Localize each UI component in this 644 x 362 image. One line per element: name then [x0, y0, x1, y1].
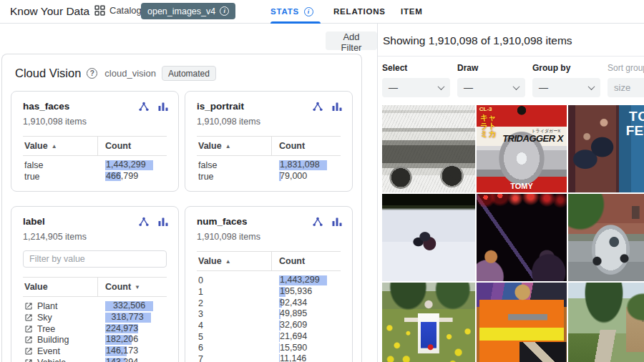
- value-cell[interactable]: Sky: [23, 313, 97, 323]
- scatter-plot-icon[interactable]: [312, 101, 323, 112]
- open-in-new-icon: [24, 358, 33, 362]
- dropdown-select[interactable]: —: [382, 78, 450, 97]
- table-row: true79,000: [197, 171, 341, 182]
- count-cell: 143,294: [98, 357, 167, 362]
- photo-text: TO: [629, 109, 644, 124]
- catalog-button[interactable]: Catalog: [94, 5, 142, 16]
- grid-image-snowtube[interactable]: [382, 194, 475, 281]
- stat-table: Value▲ Count false1,443,299true466,799: [23, 136, 167, 182]
- value-cell[interactable]: Building: [23, 335, 97, 345]
- table-row: Vehicle143,294: [23, 357, 167, 362]
- info-icon: i: [220, 6, 229, 16]
- dropdown-select: size: [608, 78, 644, 97]
- scatter-plot-icon[interactable]: [312, 216, 323, 228]
- app-title: Know Your Data: [10, 5, 89, 18]
- count-cell: 79,000: [272, 171, 341, 182]
- selected-value: —: [539, 82, 548, 93]
- bar-chart-icon[interactable]: [331, 101, 343, 112]
- value-cell: 5: [197, 332, 271, 342]
- tab-item[interactable]: ITEM: [401, 0, 423, 23]
- table-body: 01,443,2991195,936292,434349,895432,6095…: [197, 271, 341, 362]
- value-column-header[interactable]: Value: [23, 278, 97, 296]
- value-cell[interactable]: Vehicle: [23, 358, 97, 362]
- table-row: Building182,206: [23, 334, 167, 346]
- grid-image-concert[interactable]: [477, 194, 567, 281]
- dataset-chip[interactable]: open_images_v4 i: [141, 3, 235, 19]
- info-icon[interactable]: i: [304, 7, 313, 16]
- bar-chart-icon[interactable]: [157, 101, 169, 112]
- control-draw: Draw—: [457, 63, 525, 97]
- open-in-new-icon: [24, 336, 33, 344]
- control-label: Select: [382, 63, 450, 73]
- count-value: 224,973: [105, 323, 141, 335]
- count-value: 195,936: [279, 286, 315, 298]
- count-cell: 332,506: [98, 300, 167, 312]
- stat-card-label: label 1,214,905 items Value: [11, 206, 179, 362]
- count-value: 79,000: [279, 171, 310, 182]
- browser-controls: Select—Draw—Group by—Sort groups bysize: [378, 57, 644, 97]
- count-cell: 318,773: [98, 312, 167, 323]
- count-value: 318,773: [105, 312, 147, 323]
- sort-arrow-icon: ▲: [225, 143, 231, 150]
- grid-image-cyclists[interactable]: TOFEV: [568, 105, 644, 192]
- count-cell: 146,173: [98, 346, 167, 357]
- selected-value: —: [389, 82, 398, 93]
- table-row: 349,895: [197, 308, 341, 320]
- grid-image-hivis[interactable]: [477, 283, 567, 362]
- scatter-plot-icon[interactable]: [138, 216, 150, 228]
- value-cell[interactable]: Event: [23, 346, 97, 356]
- add-filter-button[interactable]: Add Filter: [326, 31, 377, 50]
- value-cell: true: [197, 172, 271, 182]
- count-cell: 15,590: [272, 343, 341, 354]
- value-column-header[interactable]: Value▲: [197, 252, 271, 270]
- value-cell: true: [23, 172, 97, 182]
- count-value: 15,590: [279, 343, 310, 354]
- section-title: Cloud Vision: [15, 67, 81, 80]
- dropdown-select[interactable]: —: [532, 78, 600, 97]
- count-cell: 466,799: [98, 171, 167, 182]
- table-row: 292,434: [197, 298, 341, 309]
- value-column-header[interactable]: Value▲: [197, 137, 271, 155]
- automated-badge: Automated: [162, 66, 216, 81]
- tab-stats[interactable]: STATS i: [270, 0, 313, 23]
- photo-text: TOMY: [510, 182, 533, 191]
- table-body: false1,443,299true466,799: [23, 156, 167, 182]
- grid-image-toy[interactable]: CL-3キャラトミカトライダガーXTRIDAGGER XTOMY: [477, 105, 567, 192]
- count-cell: 32,609: [272, 320, 341, 331]
- open-in-new-icon: [24, 347, 33, 356]
- value-cell: 0: [197, 275, 271, 285]
- sort-arrow-icon: ▼: [135, 284, 140, 290]
- grid-image-car[interactable]: [568, 194, 644, 281]
- tab-relations[interactable]: RELATIONS: [333, 0, 386, 23]
- catalog-label: Catalog: [109, 5, 142, 16]
- filter-by-value-input[interactable]: [23, 250, 167, 268]
- value-column-header[interactable]: Value▲: [23, 137, 97, 155]
- dropdown-select[interactable]: —: [457, 78, 525, 97]
- table-row: false1,831,098: [197, 160, 341, 171]
- grid-image-engraving[interactable]: [382, 105, 475, 192]
- value-cell[interactable]: Plant: [23, 301, 97, 311]
- active-tab-indicator: [270, 21, 321, 24]
- bar-chart-icon[interactable]: [157, 216, 169, 228]
- scatter-plot-icon[interactable]: [138, 101, 150, 112]
- count-column-header[interactable]: Count: [97, 137, 167, 155]
- count-column-header[interactable]: Count▼: [97, 278, 167, 296]
- value-cell: 4: [197, 321, 271, 331]
- count-value: 466,799: [105, 171, 141, 182]
- photo-text: FEV: [626, 124, 644, 138]
- help-icon[interactable]: ?: [87, 68, 97, 79]
- table-row: Plant332,506: [23, 300, 167, 312]
- count-column-header[interactable]: Count: [271, 137, 341, 155]
- count-cell: 1,443,299: [272, 275, 341, 286]
- grid-image-scarecrow[interactable]: [382, 283, 475, 362]
- table-row: true466,799: [23, 171, 167, 182]
- count-column-header[interactable]: Count: [271, 252, 341, 270]
- grid-image-garden[interactable]: [568, 283, 644, 362]
- value-cell[interactable]: Tree: [23, 324, 97, 334]
- table-header: Value Count▼: [23, 277, 167, 297]
- count-cell: 224,973: [98, 323, 167, 335]
- card-item-count: 1,910,098 items: [23, 117, 167, 127]
- tab-stats-label: STATS: [270, 7, 299, 16]
- table-row: 1195,936: [197, 286, 341, 298]
- bar-chart-icon[interactable]: [331, 216, 343, 228]
